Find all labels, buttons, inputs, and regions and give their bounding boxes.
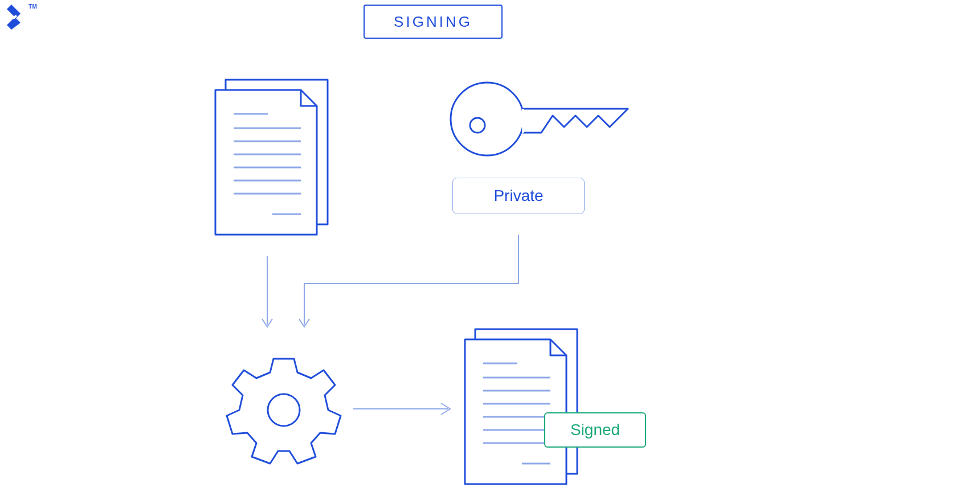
document-stack-icon <box>465 329 577 484</box>
arrow-document-to-process <box>262 256 272 327</box>
document-stack-icon <box>215 80 328 235</box>
arrow-key-to-process <box>299 235 518 327</box>
gear-icon <box>227 359 341 464</box>
svg-point-10 <box>470 118 485 133</box>
signed-badge: Signed <box>544 412 646 448</box>
private-key-label: Private <box>452 178 585 214</box>
signing-diagram <box>0 0 980 500</box>
private-key-label-text: Private <box>493 187 543 205</box>
svg-point-9 <box>451 83 524 155</box>
key-icon <box>451 83 628 155</box>
svg-point-13 <box>268 394 300 426</box>
arrow-process-to-output <box>353 403 450 415</box>
signed-badge-text: Signed <box>570 421 620 439</box>
